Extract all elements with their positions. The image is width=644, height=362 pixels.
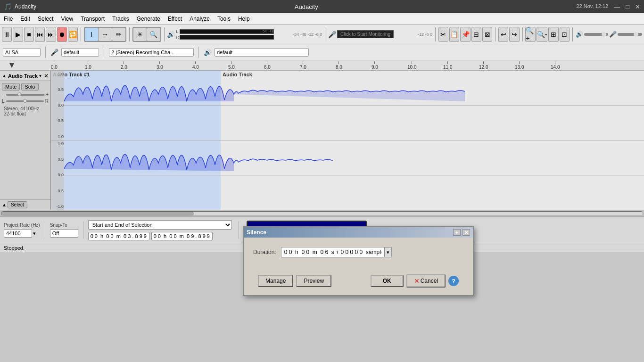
menu-transport[interactable]: Transport (77, 15, 108, 23)
scroll-thumb[interactable] (1, 212, 194, 215)
dialog-close-button[interactable]: ✕ (462, 229, 470, 236)
input-device-dropdown[interactable]: default (61, 48, 99, 57)
play-button[interactable]: ▶ (13, 27, 23, 42)
menu-select[interactable]: Select (34, 15, 57, 23)
snap-to-label: Snap-To (50, 222, 78, 228)
y-axis-lower: 1.0 0.5 0.0 -0.5 -1.0 (51, 140, 64, 210)
ruler-mark-2: 2.0 (121, 61, 127, 70)
pan-slider[interactable] (6, 100, 44, 102)
bottom-sep1 (45, 222, 45, 239)
input-volume-slider[interactable] (618, 33, 642, 36)
output-volume-slider[interactable] (584, 33, 609, 36)
app-name: Audacity (15, 3, 36, 10)
pause-button[interactable]: ⏸ (2, 27, 12, 42)
track-btn-row: Mute Solo (2, 83, 49, 90)
ruler-mark-13: 13.0 (515, 61, 524, 70)
selection-type-dropdown[interactable]: Start and End of Selection Start and Len… (88, 220, 232, 230)
transport-toolbar: ⏸ ▶ ■ ⏮ ⏭ ⏺ 🔁 I ↔ ✏ ✳ 🔍 🔊 L -54 -48 (0, 25, 644, 44)
cut-button[interactable]: ✂ (438, 27, 448, 42)
close-button[interactable]: ✕ (635, 3, 640, 10)
menu-tracks[interactable]: Tracks (108, 15, 133, 23)
manage-button[interactable]: Manage (258, 275, 293, 287)
next-button[interactable]: ⏭ (46, 27, 56, 42)
project-rate-input[interactable] (4, 229, 32, 238)
minimize-button[interactable]: — (614, 3, 620, 10)
scroll-track[interactable] (1, 211, 643, 216)
trim-button[interactable]: ⊟ (471, 27, 481, 42)
gain-max-icon: + (46, 92, 49, 97)
zoom-fit-button[interactable]: ⊡ (560, 27, 570, 42)
pan-left-label: L (2, 99, 5, 104)
sep7 (522, 27, 523, 41)
track-collapse-icon[interactable]: ▲ (2, 73, 7, 78)
meter-ticks-label: -54 -48 -12 -6 0 (275, 32, 322, 37)
sep3 (164, 27, 165, 41)
prev-button[interactable]: ⏮ (35, 27, 45, 42)
solo-button[interactable]: Solo (21, 83, 38, 90)
menu-edit[interactable]: Edit (17, 15, 34, 23)
bottom-sep2 (83, 222, 83, 239)
titlebar: 🎵 Audacity Audacity 22 Nov, 12:12 — □ ✕ (0, 0, 644, 13)
help-button[interactable]: ? (448, 276, 459, 286)
track-menu-arrow[interactable]: ▾ (39, 73, 41, 78)
duration-input[interactable] (281, 247, 385, 257)
draw-tool-button[interactable]: ✏ (112, 28, 125, 41)
microphone-icon: 🎤 (328, 31, 336, 38)
loop-button[interactable]: 🔁 (68, 27, 78, 42)
menu-generate[interactable]: Generate (133, 15, 164, 23)
multi-tool-button[interactable]: ✳ (133, 28, 147, 41)
mute-button[interactable]: Mute (2, 83, 20, 90)
titlebar-title: Audacity (295, 3, 318, 10)
y-axis-upper: 1.0 0.5 0.0 -0.5 -1.0 (51, 71, 64, 140)
menu-file[interactable]: File (0, 15, 17, 23)
track-bottom-row: ▲ Select (0, 199, 50, 210)
timeline-ruler: 0.0 1.0 2.0 3.0 4.0 5.0 6.0 7.0 8.0 9.0 … (0, 60, 644, 71)
track-expand-icon[interactable]: ▲ (2, 202, 7, 207)
horizontal-scrollbar[interactable] (0, 210, 644, 216)
undo-button[interactable]: ↩ (498, 27, 508, 42)
track-close-button[interactable]: ✕ (44, 73, 49, 79)
driver-select-group: ALSA (3, 48, 41, 57)
zoom-in-tool-button[interactable]: 🔍 (147, 28, 160, 41)
maximize-button[interactable]: □ (626, 3, 629, 10)
menu-help[interactable]: Help (234, 15, 254, 23)
waveform-area[interactable]: Audio Track #1 Audio Track 1.0 0.5 0.0 -… (51, 71, 644, 210)
gain-slider[interactable] (6, 94, 45, 96)
project-rate-label: Project Rate (Hz) (4, 222, 40, 228)
ruler-mark-4: 4.0 (192, 61, 199, 70)
ok-button[interactable]: OK (371, 275, 404, 287)
zoom-in-button[interactable]: 🔍+ (525, 27, 535, 42)
snap-select[interactable]: Off (50, 229, 78, 238)
paste-button[interactable]: 📌 (460, 27, 470, 42)
cancel-button[interactable]: ✕ Cancel (406, 274, 446, 288)
preview-button[interactable]: Preview (296, 275, 331, 287)
output-device-dropdown[interactable]: default (215, 48, 309, 57)
redo-button[interactable]: ↪ (509, 27, 519, 42)
zoom-sel-button[interactable]: ⊞ (548, 27, 558, 42)
envelope-tool-button[interactable]: ↔ (99, 28, 112, 41)
ruler-mark-5: 5.0 (228, 61, 235, 70)
driver-dropdown[interactable]: ALSA (3, 48, 41, 57)
input-volume-icon: 🎤 (609, 31, 617, 38)
record-button[interactable]: ⏺ (57, 27, 67, 42)
track-select-button[interactable]: Select (8, 201, 27, 208)
selection-end-input[interactable] (151, 232, 213, 240)
cancel-label: Cancel (421, 278, 438, 284)
menu-analyze[interactable]: Analyze (186, 15, 214, 23)
dialog-minimize-button[interactable]: + (453, 229, 461, 236)
rate-dropdown-arrow[interactable]: ▾ (33, 230, 36, 237)
duration-dropdown-arrow[interactable]: ▾ (385, 247, 392, 257)
stop-button[interactable]: ■ (24, 27, 34, 42)
selection-start-input[interactable] (88, 232, 149, 240)
silence-button[interactable]: ⊠ (482, 27, 492, 42)
menu-view[interactable]: View (57, 15, 77, 23)
selection-tool-button[interactable]: I (85, 28, 98, 41)
menu-effect[interactable]: Effect (164, 15, 186, 23)
zoom-out-button[interactable]: 🔍- (537, 27, 548, 42)
click-to-monitor[interactable]: Click to Start Monitoring (337, 30, 394, 38)
device-toolbar: ALSA 🎤 default 2 (Stereo) Recording Cha.… (0, 44, 644, 60)
channels-dropdown[interactable]: 2 (Stereo) Recording Cha... (109, 48, 194, 57)
menu-tools[interactable]: Tools (214, 15, 234, 23)
copy-button[interactable]: 📋 (449, 27, 459, 42)
device-sep3 (198, 47, 199, 58)
